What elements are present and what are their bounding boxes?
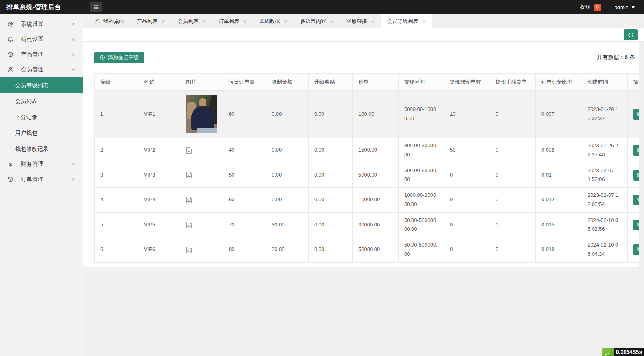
cell-limit_amount: 0.00	[266, 163, 309, 188]
edit-button[interactable]: 编辑	[633, 244, 639, 255]
close-icon[interactable]: ×	[202, 18, 206, 24]
column-header: 价格	[353, 74, 399, 91]
close-icon[interactable]: ×	[243, 18, 247, 24]
box-icon	[7, 176, 14, 183]
edit-button[interactable]: 编辑	[633, 220, 639, 230]
cell-actions: 编辑	[628, 237, 639, 263]
cell-withdraw_limit: 10	[444, 91, 490, 138]
cell-upgrade_reward: 0.00	[309, 91, 353, 138]
cell-withdraw_range: 500.00-60000.00	[399, 163, 444, 188]
table-row: 4VIP4600.000.0010000.001000.00-200000.00…	[95, 188, 639, 213]
sidebar-item[interactable]: 站点设置	[0, 32, 83, 47]
cell-commission: 0.007	[536, 91, 582, 138]
tab-item[interactable]: 多语言内容×	[294, 14, 340, 28]
sidebar-item[interactable]: 订单管理	[0, 172, 83, 187]
sidebar-subitem[interactable]: 会员列表	[0, 93, 83, 109]
tab-active[interactable]: 会员等级列表×	[381, 14, 432, 28]
edit-button[interactable]: 编辑	[633, 109, 639, 120]
app-root: 排单系统-管理后台 提现 0 admin 系统设置站点设置产品管理会员管理会员等…	[0, 0, 644, 356]
sidebar-item[interactable]: 产品管理	[0, 47, 83, 62]
cell-withdraw_range: 50.00-50000000.00	[399, 212, 444, 237]
cell-price: 30000.00	[353, 212, 399, 237]
tab-label: 订单列表	[219, 18, 239, 25]
sidebar-item[interactable]: 会员管理	[0, 62, 83, 77]
refresh-icon	[628, 32, 634, 38]
tab-item[interactable]: 订单列表×	[212, 14, 253, 28]
svg-text:$: $	[9, 161, 12, 167]
refresh-toolbar	[83, 28, 644, 42]
close-icon[interactable]: ×	[330, 18, 334, 24]
cell-upgrade_reward: 0.00	[309, 138, 353, 163]
chevron-down-icon	[71, 67, 76, 72]
add-level-button[interactable]: 添加会员等级	[94, 52, 144, 63]
tab-item[interactable]: 基础数据×	[253, 14, 294, 28]
column-header: 提现区间	[399, 74, 444, 91]
cell-limit_amount: 0.00	[266, 91, 309, 138]
cell-name: VIP2	[138, 138, 180, 163]
table-row: 3VIP3500.000.005000.00500.00-60000.00000…	[95, 163, 639, 188]
sidebar-item-label: 站点设置	[21, 36, 71, 43]
cell-image	[180, 188, 223, 213]
cell-image	[180, 138, 223, 163]
sidebar-item[interactable]: $财务管理	[0, 157, 83, 172]
tab-item[interactable]: 会员列表×	[171, 14, 212, 28]
sidebar-toggle-button[interactable]	[90, 2, 102, 12]
tab-label: 我的桌面	[103, 18, 124, 25]
edit-button[interactable]: 编辑	[633, 145, 639, 156]
cell-level: 1	[95, 91, 138, 138]
cell-created: 2023-01-26 22:27:40	[582, 138, 628, 163]
cell-price: 100.00	[353, 91, 399, 138]
sidebar-item-label: 系统设置	[21, 21, 71, 28]
app-title: 排单系统-管理后台	[6, 0, 61, 14]
cell-commission: 0.015	[536, 212, 582, 237]
cell-withdraw_fee: 0	[490, 188, 536, 213]
cell-daily_orders: 70	[223, 212, 266, 237]
tab-label: 会员等级列表	[387, 18, 418, 25]
tab-label: 产品列表	[137, 18, 158, 25]
chevron-left-icon	[71, 162, 76, 167]
cell-upgrade_reward: 0.00	[309, 188, 353, 213]
column-header: 订单佣金比例	[536, 74, 582, 91]
edit-button[interactable]: 编辑	[633, 170, 639, 181]
close-icon[interactable]: ×	[422, 18, 426, 24]
levels-table: 等级名称图片每日订单量限制金额升级奖励价格提现区间提现限制单数提现手续费率订单佣…	[94, 73, 639, 263]
table-body: 1VIP1600.000.00100.005000.00-10000.00100…	[95, 91, 639, 263]
page-load-time: 0.065455s	[614, 348, 644, 356]
table-row: 5VIP57030.000.0030000.0050.00-50000000.0…	[95, 212, 639, 237]
cell-image	[180, 163, 223, 188]
edit-button[interactable]: 编辑	[633, 195, 639, 205]
tab-item[interactable]: 我的桌面	[88, 14, 130, 28]
withdraw-link[interactable]: 提现 0	[580, 4, 601, 11]
column-header: 每日订单量	[223, 74, 266, 91]
sidebar-subitem[interactable]: 会员等级列表	[0, 77, 83, 93]
refresh-button[interactable]	[624, 29, 638, 40]
cell-withdraw_range: 300.00-30000.00	[399, 138, 444, 163]
chevron-left-icon	[71, 37, 76, 42]
cell-withdraw_range: 1000.00-200000.00	[399, 188, 444, 213]
sidebar-subitem[interactable]: 用户钱包	[0, 125, 83, 141]
close-icon[interactable]: ×	[284, 18, 288, 24]
sidebar-item-label: 财务管理	[21, 161, 71, 168]
tab-item[interactable]: 产品列表×	[130, 14, 171, 28]
broken-image-icon	[186, 221, 192, 229]
cell-actions: 编辑	[628, 163, 639, 188]
cell-name: VIP3	[138, 163, 180, 188]
close-icon[interactable]: ×	[161, 18, 165, 24]
cell-level: 2	[95, 138, 138, 163]
column-header: 操作	[628, 74, 639, 91]
thinkphp-icon	[602, 348, 614, 356]
sidebar-subitem[interactable]: 下分记录	[0, 109, 83, 125]
chevron-left-icon	[71, 177, 76, 182]
cell-daily_orders: 60	[223, 91, 266, 138]
debug-widget[interactable]: 0.065455s	[602, 348, 644, 356]
sidebar-subitem[interactable]: 钱包修改记录	[0, 141, 83, 157]
panel-head: 添加会员等级 共有数据：6 条	[83, 42, 639, 63]
tab-item[interactable]: 客服链接×	[340, 14, 381, 28]
cell-name: VIP5	[138, 212, 180, 237]
cell-upgrade_reward: 0.00	[309, 212, 353, 237]
cell-upgrade_reward: 0.00	[309, 163, 353, 188]
close-icon[interactable]: ×	[371, 18, 375, 24]
user-menu[interactable]: admin	[615, 4, 635, 10]
sidebar-item[interactable]: 系统设置	[0, 17, 83, 32]
username: admin	[615, 4, 628, 10]
